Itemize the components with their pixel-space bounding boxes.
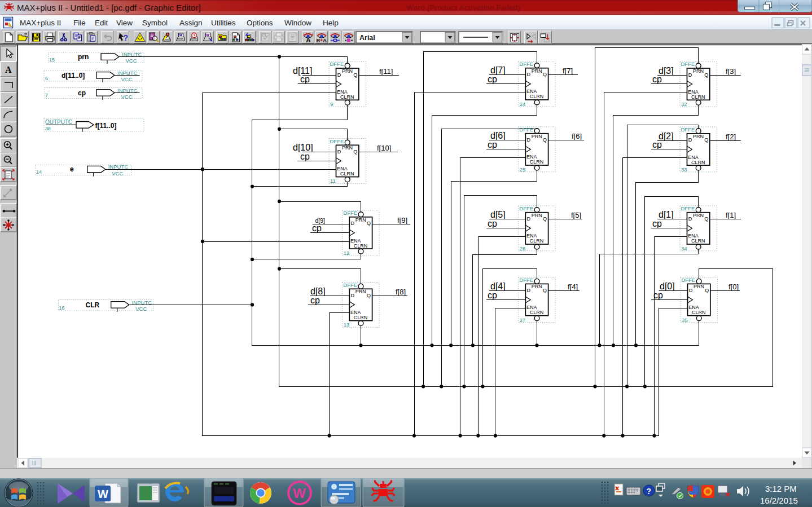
svg-text:PRN: PRN: [693, 213, 704, 218]
svg-text:f[11]: f[11]: [379, 67, 393, 76]
svg-text:PRN: PRN: [693, 68, 704, 74]
svg-text:Q: Q: [543, 216, 547, 222]
svg-text:cp: cp: [652, 74, 662, 84]
svg-text:D: D: [527, 216, 531, 222]
svg-text:VCC: VCC: [126, 58, 137, 64]
svg-text:CLRN: CLRN: [340, 94, 354, 100]
svg-text:DFFE: DFFE: [681, 61, 695, 67]
svg-text:CLRN: CLRN: [691, 238, 705, 244]
svg-text:D: D: [688, 72, 692, 78]
svg-text:PRN: PRN: [355, 217, 366, 223]
svg-text:Arial: Arial: [359, 34, 375, 42]
svg-text:3:12 PM: 3:12 PM: [765, 484, 797, 493]
svg-text:D: D: [337, 72, 341, 78]
svg-text:PRN: PRN: [532, 68, 542, 74]
svg-text:CLRN: CLRN: [530, 94, 544, 99]
svg-text:PRN: PRN: [532, 284, 542, 289]
svg-text:PRN: PRN: [693, 134, 704, 139]
svg-text:CLRN: CLRN: [530, 310, 544, 315]
svg-text:14: 14: [36, 169, 42, 175]
svg-text:d[11..0]: d[11..0]: [62, 72, 85, 80]
svg-text:W: W: [293, 486, 306, 501]
svg-text:Q: Q: [543, 137, 547, 143]
svg-text:11: 11: [330, 178, 336, 184]
svg-text:?: ?: [647, 487, 652, 496]
svg-text:DFFE: DFFE: [681, 126, 695, 133]
svg-text:CLRN: CLRN: [354, 315, 368, 320]
svg-text:VCC: VCC: [121, 76, 133, 82]
svg-text:Options: Options: [247, 19, 273, 27]
svg-text:f[1]: f[1]: [726, 211, 736, 219]
svg-text:15: 15: [49, 57, 55, 63]
svg-text:DFFE: DFFE: [519, 61, 533, 67]
svg-text:cp: cp: [488, 74, 497, 84]
svg-text:DFFE: DFFE: [519, 205, 533, 211]
svg-text:7: 7: [45, 92, 48, 98]
svg-text:INPUTC: INPUTC: [117, 87, 138, 94]
svg-text:Q: Q: [367, 293, 371, 298]
svg-text:PRN: PRN: [342, 145, 353, 151]
svg-text:D: D: [689, 288, 693, 293]
svg-text:d[0]: d[0]: [660, 281, 675, 291]
svg-text:Help: Help: [323, 19, 339, 27]
svg-text:DFFE: DFFE: [343, 282, 357, 288]
svg-text:d[3]: d[3]: [659, 66, 674, 76]
svg-text:?: ?: [124, 33, 129, 42]
svg-text:cp: cp: [653, 290, 663, 300]
svg-text:24: 24: [520, 101, 526, 107]
svg-text:A: A: [323, 37, 327, 43]
svg-text:CLRN: CLRN: [691, 160, 705, 165]
svg-text:d[4]: d[4]: [490, 281, 506, 291]
svg-text:25: 25: [520, 166, 526, 173]
svg-text:CLRN: CLRN: [692, 310, 706, 315]
svg-text:f[0]: f[0]: [728, 283, 739, 291]
svg-text:VCC: VCC: [135, 306, 147, 312]
svg-text:Q: Q: [353, 149, 357, 155]
svg-text:32: 32: [681, 101, 687, 107]
svg-text:D: D: [527, 72, 531, 77]
svg-text:13: 13: [344, 321, 350, 328]
svg-text:35: 35: [682, 317, 688, 323]
svg-text:MAX+plus II - Untitled1 - [pc.: MAX+plus II - Untitled1 - [pc.gdf - Grap…: [17, 3, 201, 12]
svg-text:PRN: PRN: [532, 134, 542, 139]
svg-text:Edit: Edit: [95, 19, 108, 27]
svg-text:VCC: VCC: [112, 170, 123, 177]
svg-text:27: 27: [520, 317, 526, 323]
svg-text:DFFE: DFFE: [330, 61, 344, 67]
svg-text:D: D: [351, 293, 355, 298]
svg-text:DFFE: DFFE: [343, 210, 357, 216]
svg-text:e: e: [70, 165, 74, 173]
svg-text:f[4]: f[4]: [568, 283, 578, 291]
svg-text:INPUTC: INPUTC: [132, 299, 152, 306]
svg-text:f[9]: f[9]: [397, 216, 407, 224]
svg-text:12: 12: [344, 250, 350, 256]
svg-text:f[5]: f[5]: [571, 211, 581, 219]
svg-text:f[2]: f[2]: [726, 133, 736, 141]
svg-text:34: 34: [681, 245, 687, 252]
svg-text:D: D: [527, 137, 531, 143]
svg-text:Assign: Assign: [179, 19, 203, 27]
svg-text:A: A: [306, 37, 310, 43]
svg-text:f[11..0]: f[11..0]: [95, 122, 117, 130]
svg-text:cp: cp: [488, 290, 497, 300]
svg-text:cp: cp: [488, 219, 497, 228]
svg-text:cp: cp: [78, 89, 86, 97]
svg-text:DFFE: DFFE: [519, 126, 533, 133]
svg-text:A: A: [5, 65, 12, 74]
svg-text:6: 6: [45, 76, 48, 81]
svg-text:cp: cp: [300, 152, 310, 161]
svg-text:26: 26: [520, 245, 526, 252]
svg-text:D: D: [337, 149, 341, 155]
svg-text:d[9]: d[9]: [315, 217, 326, 224]
svg-text:Q: Q: [704, 137, 708, 143]
svg-text:W: W: [98, 488, 108, 500]
svg-text:f[8]: f[8]: [396, 288, 406, 296]
svg-text:d[5]: d[5]: [490, 210, 506, 219]
svg-text:CLRN: CLRN: [354, 243, 368, 249]
svg-text:INPUTC: INPUTC: [117, 70, 138, 76]
svg-text:9: 9: [330, 101, 333, 107]
svg-text:Window: Window: [284, 19, 311, 27]
svg-text:DFFE: DFFE: [682, 277, 696, 283]
svg-text:DFFE: DFFE: [330, 138, 344, 144]
svg-text:36: 36: [45, 126, 51, 131]
